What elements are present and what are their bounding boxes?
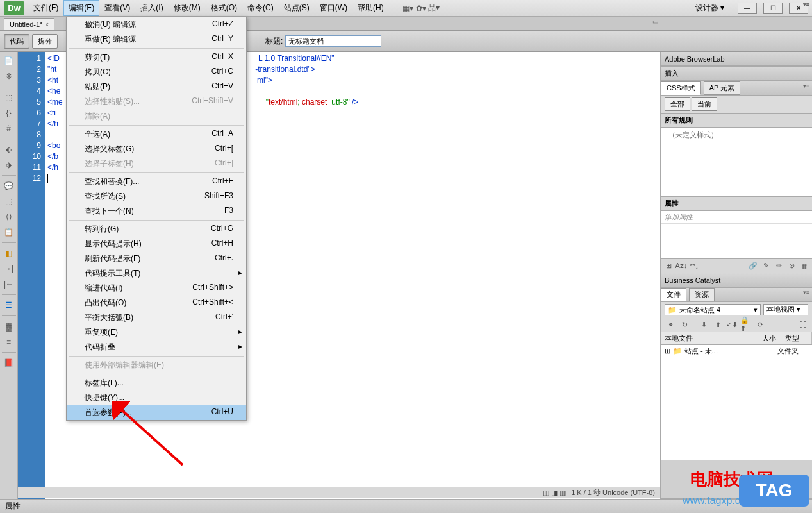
edit-rule-icon[interactable]: ✏	[774, 261, 784, 271]
menu-view[interactable]: 查看(V)	[99, 0, 135, 16]
col-type[interactable]: 类型	[781, 332, 812, 344]
menu-format[interactable]: 格式(O)	[206, 0, 242, 16]
menu-item[interactable]: 转到行(G)Ctrl+G	[67, 222, 246, 237]
menu-item[interactable]: 查找和替换(F)...Ctrl+F	[67, 174, 246, 189]
sync-icon[interactable]: ⟳	[754, 319, 766, 330]
highlight-invalid-icon[interactable]: ⬖	[3, 143, 15, 156]
menu-item[interactable]: 缩进代码(I)Ctrl+Shift+>	[67, 281, 246, 296]
menu-item[interactable]: 查找所选(S)Shift+F3	[67, 189, 246, 204]
menu-item[interactable]: 全选(A)Ctrl+A	[67, 127, 246, 142]
connect-icon[interactable]: ⚭	[665, 319, 676, 330]
recent-snippets-icon[interactable]: 📋	[3, 226, 15, 239]
site-dropdown[interactable]: 📁未命名站点 4▾	[665, 304, 761, 315]
menu-item[interactable]: 平衡大括弧(B)Ctrl+'	[67, 310, 246, 325]
css-all-button[interactable]: 全部	[665, 97, 690, 111]
code-view-button[interactable]: 代码	[4, 34, 29, 49]
expand-icon[interactable]: ⛶	[797, 319, 808, 330]
menu-item[interactable]: 选择父标签(G)Ctrl+[	[67, 142, 246, 156]
ap-elements-tab[interactable]: AP 元素	[704, 81, 741, 95]
indent-icon[interactable]: →|	[3, 262, 15, 275]
menu-insert[interactable]: 插入(I)	[135, 0, 168, 16]
select-parent-icon[interactable]: ⬚	[3, 91, 15, 104]
panel-menu-icon[interactable]: ▾≡	[803, 1, 809, 8]
new-rule-icon[interactable]: ✎	[761, 261, 771, 271]
col-size[interactable]: 大小	[758, 332, 781, 344]
reference-icon[interactable]: 📕	[3, 357, 15, 369]
menu-window[interactable]: 窗口(W)	[315, 0, 352, 16]
bc-panel-header[interactable]: Business Catalyst ▾≡	[661, 273, 812, 287]
insert-panel-header[interactable]: 插入 ▾≡	[661, 67, 812, 81]
files-tab[interactable]: 文件	[661, 288, 686, 301]
show-set-icon[interactable]: **↓	[689, 261, 699, 271]
collapse-selection-icon[interactable]: ▓	[3, 320, 15, 333]
col-localfile[interactable]: 本地文件	[661, 332, 758, 344]
view-dropdown[interactable]: 本地视图 ▾	[763, 304, 808, 315]
layout-icon[interactable]: ▦▾	[402, 2, 415, 15]
menu-edit[interactable]: 编辑(E)	[63, 0, 99, 16]
remove-comment-icon[interactable]: ⬚	[3, 195, 15, 208]
menu-item[interactable]: 重做(R) 编辑源Ctrl+Y	[67, 32, 246, 47]
attach-stylesheet-icon[interactable]: 🔗	[748, 261, 758, 271]
close-tab-icon[interactable]: ×	[45, 21, 49, 28]
open-docs-icon[interactable]: 📄	[3, 55, 15, 67]
menu-item[interactable]: 快捷键(Y)...	[67, 391, 246, 405]
site-icon[interactable]: 品▾	[427, 2, 440, 15]
get-icon[interactable]: ⬇	[698, 319, 709, 330]
outdent-icon[interactable]: |←	[3, 278, 15, 290]
syntax-coloring-icon[interactable]: ⬗	[3, 158, 15, 171]
css-styles-tab[interactable]: CSS样式	[661, 81, 701, 95]
move-css-icon[interactable]: ◧	[3, 247, 15, 260]
css-current-button[interactable]: 当前	[692, 97, 717, 111]
menu-item[interactable]: 查找下一个(N)F3	[67, 204, 246, 219]
browserlab-panel-header[interactable]: Adobe BrowserLab ▾≡	[661, 52, 812, 66]
document-tab[interactable]: Untitled-1* ×	[4, 18, 54, 30]
menu-item[interactable]: 标签库(L)...	[67, 376, 246, 391]
menu-item[interactable]: 凸出代码(O)Ctrl+Shift+<	[67, 296, 246, 310]
page-title-input[interactable]	[285, 35, 381, 47]
collapse-icon[interactable]: ❋	[3, 70, 15, 83]
window-maximize[interactable]: ☐	[763, 3, 783, 14]
disable-rule-icon[interactable]: ⊘	[786, 261, 797, 271]
menu-item[interactable]: 刷新代码提示(F)Ctrl+.	[67, 251, 246, 266]
menu-item[interactable]: 撤消(U) 编辑源Ctrl+Z	[67, 17, 246, 32]
file-row[interactable]: ⊞📁站点 - 未... 文件夹	[661, 345, 812, 357]
file-tree[interactable]: ⊞📁站点 - 未... 文件夹	[661, 345, 812, 460]
wrap-tag-icon[interactable]: ⟨⟩	[3, 210, 15, 223]
menu-item[interactable]: 拷贝(C)Ctrl+C	[67, 65, 246, 80]
menu-file[interactable]: 文件(F)	[28, 0, 63, 16]
assets-tab[interactable]: 资源	[689, 288, 715, 301]
extend-icon[interactable]: ✿▾	[415, 2, 427, 15]
add-property-link[interactable]: 添加属性	[661, 211, 736, 223]
menu-help[interactable]: 帮助(H)	[352, 0, 389, 16]
menu-site[interactable]: 站点(S)	[279, 0, 315, 16]
line-numbers-icon[interactable]: #	[3, 122, 15, 135]
menu-item[interactable]: 代码提示工具(T)▸	[67, 266, 246, 281]
delete-rule-icon[interactable]: 🗑	[799, 261, 809, 271]
panel-menu-icon[interactable]: ▾≡	[803, 83, 809, 89]
menu-commands[interactable]: 命令(C)	[242, 0, 279, 16]
window-minimize[interactable]: —	[738, 3, 757, 14]
dimensions-icon[interactable]: ◫ ◨ ▥	[543, 489, 566, 497]
checkout-icon[interactable]: ✓⬇	[726, 319, 738, 330]
show-list-icon[interactable]: Aᴢ↓	[676, 261, 686, 271]
format-source-icon[interactable]: ☰	[3, 299, 15, 312]
panel-menu-icon[interactable]: ▾≡	[803, 289, 809, 296]
menu-item[interactable]: 代码折叠▸	[67, 340, 246, 355]
apply-comment-icon[interactable]: 💬	[3, 180, 15, 192]
show-category-icon[interactable]: ⊞	[663, 261, 674, 271]
checkin-icon[interactable]: 🔒⬆	[740, 319, 752, 330]
menu-item[interactable]: 粘贴(P)Ctrl+V	[67, 80, 246, 94]
menu-item[interactable]: 剪切(T)Ctrl+X	[67, 50, 246, 65]
split-view-button[interactable]: 拆分	[32, 34, 58, 49]
menu-item[interactable]: 首选参数(P)...Ctrl+U	[67, 405, 246, 420]
menu-item[interactable]: 重复项(E)▸	[67, 325, 246, 340]
menu-modify[interactable]: 修改(M)	[169, 0, 206, 16]
menu-item[interactable]: 显示代码提示(H)Ctrl+H	[67, 237, 246, 251]
balance-braces-icon[interactable]: {}	[3, 106, 15, 119]
doc-restore-icon[interactable]: ▭	[652, 18, 658, 25]
designer-dropdown[interactable]: 设计器 ▾	[695, 3, 724, 13]
expand-all-icon[interactable]: ≡	[3, 335, 15, 348]
put-icon[interactable]: ⬆	[712, 319, 724, 330]
refresh-icon[interactable]: ↻	[679, 319, 690, 330]
expand-toggle-icon[interactable]: ⊞	[665, 347, 670, 355]
